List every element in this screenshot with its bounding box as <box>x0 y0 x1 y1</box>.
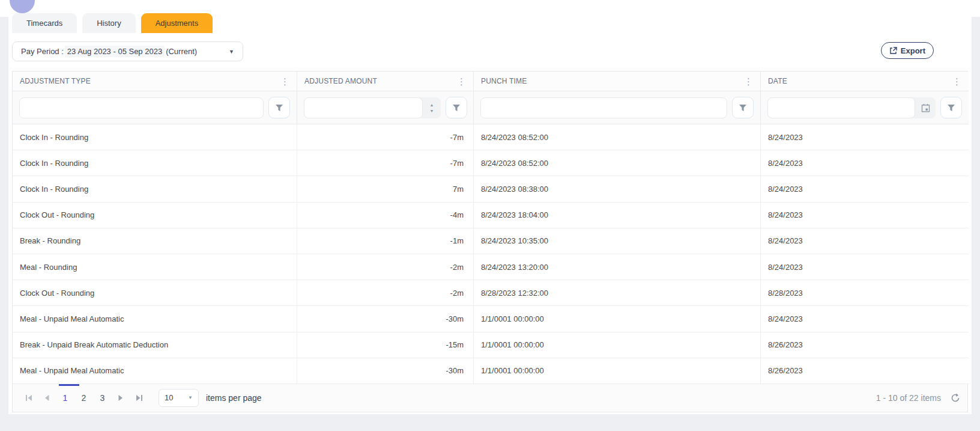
table-row[interactable]: Meal - Rounding-2m8/24/2023 13:20:008/24… <box>13 254 967 280</box>
table-row[interactable]: Clock In - Rounding-7m8/24/2023 08:52:00… <box>13 150 967 176</box>
funnel-icon <box>947 104 955 112</box>
cell-amount: 7m <box>297 176 474 202</box>
calendar-picker-button[interactable] <box>915 97 936 118</box>
cell-punch-time: 8/24/2023 18:04:00 <box>474 203 761 228</box>
column-header-adjustment-type[interactable]: ADJUSTMENT TYPE ⋮ <box>13 72 297 91</box>
cell-type: Clock Out - Rounding <box>13 203 297 228</box>
page-number-1[interactable]: 1 <box>56 389 74 407</box>
table-row[interactable]: Meal - Unpaid Meal Automatic-30m1/1/0001… <box>13 358 967 384</box>
column-header-date[interactable]: DATE ⋮ <box>761 72 969 91</box>
table-row[interactable]: Clock In - Rounding7m8/24/2023 08:38:008… <box>13 176 967 202</box>
cell-amount: -30m <box>297 306 474 332</box>
tab-label: Adjustments <box>156 19 199 28</box>
page-number-list: 123 <box>56 389 112 407</box>
items-per-page-label: items per page <box>206 393 262 403</box>
cell-punch-time: 8/28/2023 12:32:00 <box>474 280 761 306</box>
cell-type: Clock Out - Rounding <box>13 280 297 306</box>
cell-amount: -1m <box>297 228 474 254</box>
cell-date: 8/24/2023 <box>761 124 969 150</box>
adjustment-type-filter-input[interactable] <box>19 97 264 118</box>
chevron-down-icon: ▼ <box>188 395 193 400</box>
cell-amount: -4m <box>297 203 474 228</box>
table-row[interactable]: Clock In - Rounding-7m8/24/2023 08:52:00… <box>13 124 967 150</box>
cell-date: 8/26/2023 <box>761 358 969 384</box>
cell-amount: -2m <box>297 280 474 306</box>
column-menu-icon[interactable]: ⋮ <box>952 77 961 86</box>
tab-adjustments[interactable]: Adjustments <box>141 13 213 33</box>
refresh-icon[interactable] <box>951 393 960 403</box>
cell-date: 8/24/2023 <box>761 150 969 176</box>
table-row[interactable]: Clock Out - Rounding-4m8/24/2023 18:04:0… <box>13 203 967 228</box>
cell-amount: -15m <box>297 332 474 358</box>
funnel-icon <box>452 104 461 112</box>
cell-date: 8/26/2023 <box>761 332 969 358</box>
filter-button[interactable] <box>732 97 754 118</box>
page-size-dropdown[interactable]: 10 ▼ <box>159 389 199 407</box>
page-number-2[interactable]: 2 <box>74 389 93 407</box>
pay-period-label: Pay Period : <box>21 47 64 56</box>
cell-type: Meal - Unpaid Meal Automatic <box>13 358 297 384</box>
last-page-button[interactable] <box>130 389 148 407</box>
cell-punch-time: 1/1/0001 00:00:00 <box>474 306 761 332</box>
cell-punch-time: 1/1/0001 00:00:00 <box>474 332 761 358</box>
funnel-icon <box>275 104 283 112</box>
cell-date: 8/24/2023 <box>761 228 969 254</box>
cell-type: Meal - Unpaid Meal Automatic <box>13 306 297 332</box>
next-page-button[interactable] <box>112 389 130 407</box>
grid-filter-row: ▲ ▼ <box>13 91 967 124</box>
cell-type: Clock In - Rounding <box>13 176 297 202</box>
tab-bar: TimecardsHistoryAdjustments <box>12 13 213 33</box>
pay-period-dropdown[interactable]: Pay Period : 23 Aug 2023 - 05 Sep 2023 (… <box>12 41 243 61</box>
table-row[interactable]: Break - Rounding-1m8/24/2023 10:35:008/2… <box>13 228 967 254</box>
date-filter-input[interactable] <box>767 97 915 118</box>
filter-cell-punch-time <box>474 91 761 124</box>
grid-body: Clock In - Rounding-7m8/24/2023 08:52:00… <box>13 124 967 384</box>
spinner-up-icon[interactable]: ▲ <box>430 103 434 107</box>
filter-button[interactable] <box>940 97 962 118</box>
cell-punch-time: 8/24/2023 10:35:00 <box>474 228 761 254</box>
cell-date: 8/24/2023 <box>761 176 969 202</box>
spinner-down-icon[interactable]: ▼ <box>430 109 434 113</box>
pager: 123 10 ▼ items per page 1 - 10 of 22 ite… <box>13 384 967 412</box>
cell-amount: -7m <box>297 124 474 150</box>
cell-punch-time: 8/24/2023 08:38:00 <box>474 176 761 202</box>
previous-page-button[interactable] <box>38 389 56 407</box>
cell-date: 8/28/2023 <box>761 280 969 306</box>
cell-type: Break - Rounding <box>13 228 297 254</box>
tab-label: History <box>97 19 121 28</box>
user-avatar[interactable] <box>10 0 35 13</box>
cell-date: 8/24/2023 <box>761 254 969 280</box>
cell-amount: -2m <box>297 254 474 280</box>
pager-range-label: 1 - 10 of 22 items <box>876 393 941 403</box>
numeric-spinner[interactable]: ▲ ▼ <box>423 97 441 118</box>
pay-period-suffix: (Current) <box>166 47 197 56</box>
cell-amount: -30m <box>297 358 474 384</box>
tab-history[interactable]: History <box>82 13 135 33</box>
first-page-button[interactable] <box>20 389 38 407</box>
table-row[interactable]: Meal - Unpaid Meal Automatic-30m1/1/0001… <box>13 306 967 332</box>
table-row[interactable]: Clock Out - Rounding-2m8/28/2023 12:32:0… <box>13 280 967 306</box>
cell-type: Clock In - Rounding <box>13 124 297 150</box>
chevron-down-icon: ▼ <box>229 49 234 55</box>
column-header-punch-time[interactable]: PUNCH TIME ⋮ <box>474 72 761 91</box>
filter-button[interactable] <box>446 97 467 118</box>
column-menu-icon[interactable]: ⋮ <box>744 77 753 86</box>
export-button[interactable]: Export <box>881 42 934 59</box>
cell-type: Meal - Rounding <box>13 254 297 280</box>
grid-header-row: ADJUSTMENT TYPE ⋮ ADJUSTED AMOUNT ⋮ PUNC… <box>13 72 967 91</box>
adjusted-amount-filter-input[interactable] <box>304 97 423 118</box>
cell-type: Break - Unpaid Break Automatic Deduction <box>13 332 297 358</box>
selected-page-indicator <box>59 384 79 386</box>
cell-punch-time: 8/24/2023 08:52:00 <box>474 124 761 150</box>
tab-timecards[interactable]: Timecards <box>12 13 77 33</box>
page-number-3[interactable]: 3 <box>93 389 112 407</box>
cell-date: 8/24/2023 <box>761 203 969 228</box>
column-menu-icon[interactable]: ⋮ <box>457 77 466 86</box>
tab-label: Timecards <box>26 19 62 28</box>
punch-time-filter-input[interactable] <box>480 97 727 118</box>
column-menu-icon[interactable]: ⋮ <box>280 77 289 86</box>
filter-button[interactable] <box>268 97 290 118</box>
column-header-adjusted-amount[interactable]: ADJUSTED AMOUNT ⋮ <box>297 72 474 91</box>
toolbar: Pay Period : 23 Aug 2023 - 05 Sep 2023 (… <box>12 41 968 61</box>
table-row[interactable]: Break - Unpaid Break Automatic Deduction… <box>13 332 967 358</box>
